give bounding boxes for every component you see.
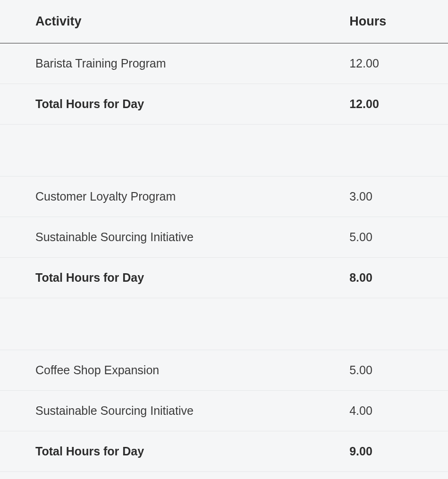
hours-cell: 5.00 — [349, 217, 448, 258]
hours-cell: 5.00 — [349, 350, 448, 391]
hours-cell: 4.00 — [349, 391, 448, 431]
spacer-row — [0, 298, 448, 350]
total-hours: 9.00 — [349, 431, 448, 472]
table-row: Sustainable Sourcing Initiative 4.00 — [0, 391, 448, 431]
table-row: Coffee Shop Expansion 5.00 — [0, 350, 448, 391]
activity-cell: Coffee Shop Expansion — [0, 350, 349, 391]
activity-cell: Sustainable Sourcing Initiative — [0, 391, 349, 431]
table-header-row: Activity Hours — [0, 0, 448, 43]
activity-cell: Customer Loyalty Program — [0, 176, 349, 217]
total-label: Total Hours for Day — [0, 84, 349, 125]
hours-cell: 12.00 — [349, 43, 448, 84]
activity-cell: Barista Training Program — [0, 43, 349, 84]
table-row: Customer Loyalty Program 3.00 — [0, 176, 448, 217]
total-row: Total Hours for Day 12.00 — [0, 84, 448, 125]
hours-table: Activity Hours Barista Training Program … — [0, 0, 448, 479]
total-hours: 12.00 — [349, 84, 448, 125]
header-activity: Activity — [0, 0, 349, 43]
total-label: Total Hours for Day — [0, 431, 349, 472]
total-hours: 8.00 — [349, 258, 448, 298]
table-row: Sustainable Sourcing Initiative 5.00 — [0, 217, 448, 258]
header-hours: Hours — [349, 0, 448, 43]
total-label: Total Hours for Day — [0, 258, 349, 298]
activity-cell: Sustainable Sourcing Initiative — [0, 217, 349, 258]
spacer-row — [0, 125, 448, 176]
total-row: Total Hours for Day 8.00 — [0, 258, 448, 298]
trailing-spacer — [0, 472, 448, 479]
hours-cell: 3.00 — [349, 176, 448, 217]
table-row: Barista Training Program 12.00 — [0, 43, 448, 84]
total-row: Total Hours for Day 9.00 — [0, 431, 448, 472]
